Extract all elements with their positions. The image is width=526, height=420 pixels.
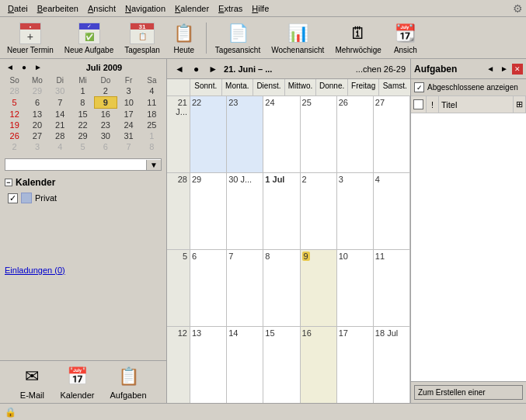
week-cell-15[interactable]: 15 [263, 327, 300, 403]
week-cell-26[interactable]: 26 [337, 96, 374, 172]
mini-cal-day[interactable]: 30 [49, 85, 71, 97]
week-cell-23[interactable]: 23 [227, 96, 263, 172]
new-aufgabe-button[interactable]: ✓ ✅ Neue Aufgabe [61, 19, 117, 57]
mini-cal-day[interactable]: 15 [71, 109, 94, 120]
mini-cal-day[interactable]: 19 [3, 120, 26, 130]
mini-cal-day[interactable]: 23 [94, 120, 117, 130]
week-cell-29[interactable]: 29 [190, 173, 227, 249]
search-input[interactable] [5, 159, 146, 170]
mini-cal-day[interactable]: 13 [26, 109, 48, 120]
mini-cal-day[interactable]: 17 [117, 109, 140, 120]
week-cell-18jul[interactable]: 18 Jul [374, 327, 410, 403]
mini-cal-day[interactable]: 9 [94, 97, 117, 109]
heute-button[interactable]: 📋 Heute [167, 19, 201, 57]
aufgaben-header-checkbox[interactable] [413, 99, 423, 109]
week-cell-2[interactable]: 2 [301, 173, 337, 249]
week-cell-4[interactable]: 4 [374, 173, 410, 249]
aufgaben-next-btn[interactable]: ► [498, 64, 510, 74]
week-cell-7[interactable]: 7 [227, 250, 263, 326]
tasks-nav-button[interactable]: 📋 Aufgaben [110, 364, 146, 400]
aufgaben-create-btn[interactable]: Zum Erstellen einer [414, 385, 523, 400]
mini-cal-day[interactable]: 30 [94, 130, 117, 141]
mini-cal-day[interactable]: 29 [26, 85, 48, 97]
mini-cal-day[interactable]: 6 [94, 141, 117, 152]
mini-cal-day[interactable]: 5 [3, 97, 26, 109]
week-cell-27[interactable]: 27 [374, 96, 410, 172]
email-nav-button[interactable]: ✉ E-Mail [19, 364, 44, 400]
mini-cal-day[interactable]: 11 [141, 97, 163, 109]
week-cell-9-today[interactable]: 9 [301, 250, 337, 326]
menu-navigation[interactable]: Navigation [120, 2, 170, 15]
week-cell-30jul[interactable]: 30 J... [227, 173, 263, 249]
mini-cal-day[interactable]: 22 [71, 120, 94, 130]
mini-cal-circle-btn[interactable]: ● [19, 62, 30, 72]
week-cell-1jul[interactable]: 1 Jul [263, 173, 300, 249]
mini-cal-day[interactable]: 1 [141, 130, 163, 141]
new-termin-button[interactable]: ▪ + Neuer Termin [3, 19, 57, 57]
mini-cal-day[interactable]: 20 [26, 120, 48, 130]
mini-cal-day[interactable]: 14 [49, 109, 71, 120]
week-cell-17[interactable]: 17 [337, 327, 374, 403]
mini-cal-day[interactable]: 5 [71, 141, 94, 152]
mini-cal-day[interactable]: 28 [3, 85, 26, 97]
mini-cal-day[interactable]: 21 [49, 120, 71, 130]
tagesansicht-button[interactable]: 📄 Tagesansicht [211, 19, 264, 57]
week-cell-10[interactable]: 10 [337, 250, 374, 326]
mini-cal-day[interactable]: 26 [3, 130, 26, 141]
mini-cal-day[interactable]: 8 [71, 97, 94, 109]
week-cell-8[interactable]: 8 [263, 250, 300, 326]
mini-cal-day[interactable]: 10 [117, 97, 140, 109]
invitations-link[interactable]: Einladungen (0) [5, 266, 65, 275]
mini-cal-day[interactable]: 1 [71, 85, 94, 97]
week-cell-11[interactable]: 11 [374, 250, 410, 326]
menu-kalender[interactable]: Kalender [170, 2, 214, 15]
mini-cal-day[interactable]: 18 [141, 109, 163, 120]
tagesplan-button[interactable]: 31 📋 Tagesplan [120, 19, 164, 57]
menu-extras[interactable]: Extras [214, 2, 247, 15]
mini-cal-day[interactable]: 2 [94, 85, 117, 97]
mini-cal-day[interactable]: 7 [49, 97, 71, 109]
mini-cal-day[interactable]: 6 [26, 97, 48, 109]
week-cell-25[interactable]: 25 [301, 96, 337, 172]
mehrwochige-button[interactable]: 🗓 Mehrwöchige [331, 19, 385, 57]
week-cell-16[interactable]: 16 [301, 327, 337, 403]
mini-cal-day[interactable]: 28 [49, 130, 71, 141]
ansich-button[interactable]: 📆 Ansich [388, 19, 423, 57]
mini-cal-day[interactable]: 3 [117, 85, 140, 97]
aufgaben-filter-checkbox[interactable]: ✓ [414, 82, 424, 92]
menu-hilfe[interactable]: Hilfe [247, 2, 273, 15]
menu-datei[interactable]: Datei [3, 2, 33, 15]
cal-circle-btn[interactable]: ● [190, 63, 202, 75]
week-cell-22[interactable]: 22 [190, 96, 227, 172]
window-controls[interactable]: ⚙ [513, 2, 523, 15]
mini-cal-day[interactable]: 7 [117, 141, 140, 152]
week-cell-14[interactable]: 14 [227, 327, 263, 403]
mini-cal-prev-btn[interactable]: ◄ [3, 62, 17, 72]
mini-cal-day[interactable]: 2 [3, 141, 26, 152]
mini-cal-day[interactable]: 25 [141, 120, 163, 130]
menu-bearbeiten[interactable]: Bearbeiten [33, 2, 83, 15]
cal-next-btn[interactable]: ► [205, 63, 221, 75]
mini-cal-day[interactable]: 12 [3, 109, 26, 120]
mini-cal-next-btn[interactable]: ► [31, 62, 45, 72]
cal-prev-btn[interactable]: ◄ [172, 63, 187, 75]
mini-cal-day[interactable]: 29 [71, 130, 94, 141]
week-cell-24[interactable]: 24 [263, 96, 300, 172]
search-button[interactable]: ▼ [146, 160, 161, 170]
mini-cal-day[interactable]: 3 [26, 141, 48, 152]
mini-cal-day[interactable]: 27 [26, 130, 48, 141]
aufgaben-prev-btn[interactable]: ◄ [484, 64, 496, 74]
mini-cal-day[interactable]: 8 [141, 141, 163, 152]
mini-cal-day[interactable]: 24 [117, 120, 140, 130]
kalender-toggle-btn[interactable]: − [5, 179, 12, 186]
mini-cal-day[interactable]: 31 [117, 130, 140, 141]
kalender-privat-checkbox[interactable]: ✓ [8, 193, 18, 203]
week-cell-13[interactable]: 13 [190, 327, 227, 403]
mini-cal-day[interactable]: 4 [49, 141, 71, 152]
week-cell-3[interactable]: 3 [337, 173, 374, 249]
wochenansicht-button[interactable]: 📊 Wochenansicht [267, 19, 328, 57]
mini-cal-day[interactable]: 4 [141, 85, 163, 97]
week-cell-6[interactable]: 6 [190, 250, 227, 326]
aufgaben-close-btn[interactable]: ✕ [512, 64, 523, 75]
menu-ansicht[interactable]: Ansicht [83, 2, 120, 15]
